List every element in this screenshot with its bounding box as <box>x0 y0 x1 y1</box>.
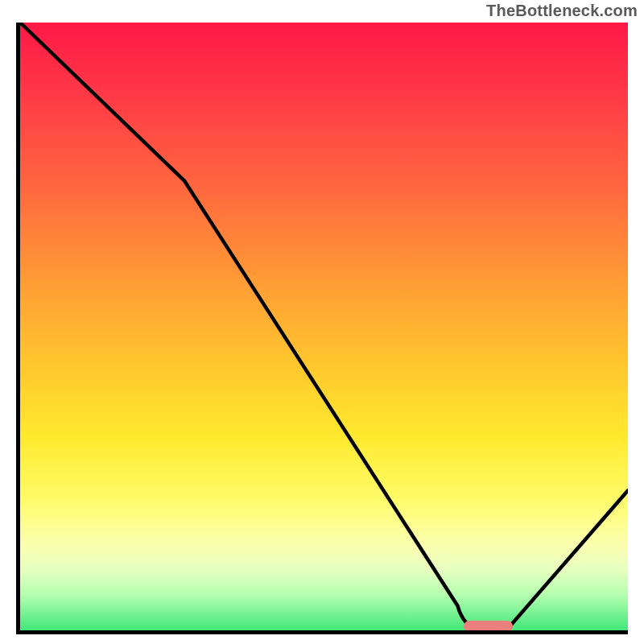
bottleneck-curve <box>20 23 628 630</box>
optimal-range-marker <box>464 621 512 632</box>
plot-area <box>16 23 628 634</box>
curve-path <box>20 23 628 630</box>
watermark-label: TheBottleneck.com <box>486 2 638 20</box>
chart-frame: TheBottleneck.com <box>0 0 644 644</box>
